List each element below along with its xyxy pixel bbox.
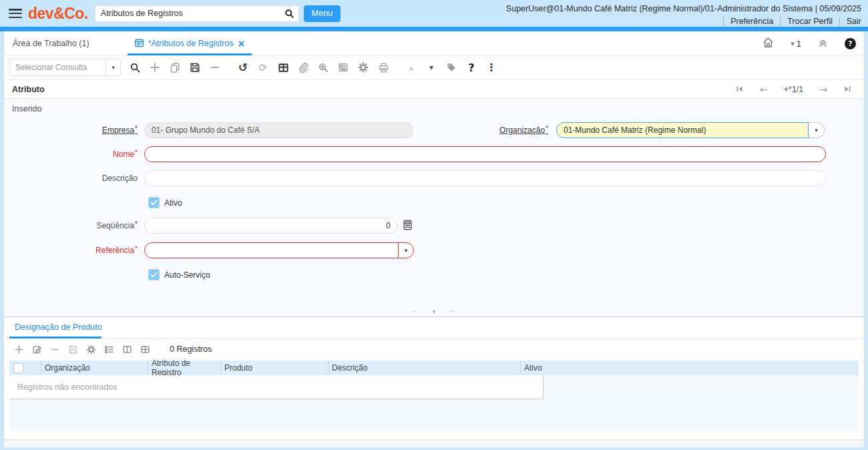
- detail-tabrow: Designação de Produto: [4, 317, 864, 339]
- select-all-checkbox[interactable]: [13, 363, 23, 373]
- status-footer: [4, 439, 864, 448]
- query-dropdown-icon[interactable]: ▾: [105, 59, 121, 76]
- tab-designacao-de-produto[interactable]: Designação de Produto: [15, 322, 102, 332]
- top-header: dev&Co. Menu SuperUser@01-Mundo Café Mat…: [0, 0, 868, 27]
- scroll-down-icon[interactable]: ▾: [425, 61, 437, 73]
- detail-grid-icon[interactable]: [140, 344, 151, 355]
- previous-record-icon[interactable]: ←: [760, 84, 768, 95]
- zoom-across-icon[interactable]: [317, 61, 329, 73]
- referencia-field[interactable]: [145, 243, 398, 257]
- empresa-field[interactable]: [144, 122, 413, 138]
- check-icon: [150, 270, 158, 279]
- session-info: SuperUser@01-Mundo Café Matriz (Regime N…: [506, 3, 861, 26]
- refresh-icon[interactable]: ⟳: [257, 61, 269, 73]
- form-row: Descrição: [4, 170, 864, 186]
- record-position: +*1/1: [784, 85, 804, 94]
- detail-edit-icon[interactable]: [31, 344, 43, 355]
- sequencia-field[interactable]: [144, 218, 398, 234]
- query-input[interactable]: [9, 59, 105, 76]
- record-title: Atributo: [12, 85, 45, 94]
- form-row: Nome*: [4, 146, 864, 162]
- panel-splitter[interactable]: ⋯ ▾ ⋯: [4, 308, 864, 315]
- collapse-header-icon[interactable]: [817, 37, 829, 50]
- help-toolbar-icon[interactable]: ?: [465, 61, 477, 73]
- global-search: [95, 5, 299, 22]
- scroll-up-icon[interactable]: ▴: [405, 61, 417, 73]
- search-icon[interactable]: [280, 5, 299, 22]
- detail-tab-underline: [9, 336, 101, 339]
- new-record-icon[interactable]: [149, 61, 161, 73]
- calculator-icon[interactable]: [403, 220, 413, 232]
- find-icon[interactable]: [129, 61, 141, 73]
- grid-header-produto[interactable]: Produto: [221, 361, 329, 375]
- splitter-dots-icon: ⋯: [451, 308, 457, 315]
- detail-process-icon[interactable]: [85, 344, 97, 355]
- desktop-count: 1: [797, 39, 801, 49]
- search-input[interactable]: [95, 5, 280, 22]
- help-icon[interactable]: ?: [845, 38, 856, 49]
- grid-header-select: [9, 361, 41, 375]
- nome-field[interactable]: [144, 146, 826, 162]
- detail-delete-icon[interactable]: [49, 344, 61, 355]
- grid-header-ativo[interactable]: Ativo: [521, 361, 859, 375]
- grid-header-row: Organização Atributo de Registro Produto…: [9, 361, 859, 375]
- last-record-icon[interactable]: [843, 85, 852, 93]
- main-toolbar: ▾ ↺ ⟳: [4, 55, 864, 80]
- print-icon[interactable]: [377, 61, 389, 73]
- session-links: Preferência Trocar Perfil Sair: [506, 17, 861, 26]
- grid-header-atributo-de-registro[interactable]: Atributo de Registro: [148, 361, 221, 375]
- record-form: Inserido Empresa* Organização* ▾ Nome* D…: [4, 99, 864, 316]
- process-gear-icon[interactable]: [357, 61, 369, 73]
- ativo-checkbox[interactable]: [148, 197, 160, 208]
- attachment-icon[interactable]: [297, 61, 309, 73]
- close-tab-icon[interactable]: ×: [238, 39, 246, 48]
- grid-header-descricao[interactable]: Descrição: [329, 361, 521, 375]
- window-icon: [134, 38, 144, 48]
- auto-servico-label: Auto-Serviço: [164, 268, 210, 282]
- first-record-icon[interactable]: [735, 85, 744, 93]
- next-record-icon[interactable]: →: [819, 84, 827, 95]
- tab-atributos-de-registros[interactable]: *Atributos de Registros ×: [128, 31, 252, 55]
- form-row: Referência* ▾: [4, 242, 864, 258]
- label-tag-icon[interactable]: [445, 61, 457, 73]
- report-icon[interactable]: [337, 61, 349, 73]
- record-status: Inserido: [12, 104, 41, 114]
- grid-empty-row: Registros não encontrados: [9, 375, 544, 399]
- record-navigation: ← +*1/1 →: [735, 84, 852, 95]
- grid-toggle-icon[interactable]: [277, 61, 289, 73]
- empresa-label[interactable]: Empresa*: [4, 122, 141, 138]
- form-row: Ativo: [4, 196, 864, 210]
- detail-columns-icon[interactable]: [122, 344, 133, 355]
- menu-button[interactable]: Menu: [304, 5, 341, 22]
- home-icon[interactable]: [762, 36, 775, 51]
- grid-body: Registros não encontrados: [9, 375, 859, 431]
- referencia-combobox: ▾: [144, 242, 414, 258]
- desktop-selector[interactable]: ▾ 1: [791, 39, 801, 49]
- auto-servico-checkbox[interactable]: [148, 269, 160, 280]
- organizacao-label[interactable]: Organização*: [415, 122, 552, 138]
- copy-record-icon[interactable]: [169, 61, 181, 73]
- splitter-collapse-icon: ▾: [432, 308, 435, 315]
- grid-header-organizacao[interactable]: Organização: [41, 361, 148, 375]
- link-trocar-perfil[interactable]: Trocar Perfil: [780, 17, 839, 26]
- link-preferencia[interactable]: Preferência: [723, 17, 780, 26]
- form-row: Empresa* Organização* ▾: [4, 122, 864, 138]
- descricao-field[interactable]: [144, 170, 826, 186]
- detail-record-count: 0 Registros: [170, 345, 212, 354]
- organizacao-dropdown-icon[interactable]: ▾: [809, 122, 825, 138]
- referencia-label: Referência*: [4, 242, 141, 258]
- more-options-icon[interactable]: ⋮: [485, 61, 497, 73]
- tab-workspace[interactable]: Área de Trabalho (1): [13, 39, 89, 48]
- delete-record-icon[interactable]: [209, 61, 221, 73]
- detail-new-icon[interactable]: [13, 344, 25, 355]
- organizacao-field[interactable]: [556, 122, 809, 138]
- link-sair[interactable]: Sair: [839, 17, 861, 26]
- hamburger-menu-icon[interactable]: [9, 9, 22, 18]
- undo-icon[interactable]: ↺: [237, 61, 249, 73]
- detail-save-icon[interactable]: [67, 344, 79, 355]
- detail-customize-icon[interactable]: [103, 344, 115, 355]
- sequencia-label: Seqüência*: [4, 218, 141, 234]
- detail-toolbar: 0 Registros: [4, 339, 864, 361]
- referencia-dropdown-icon[interactable]: ▾: [398, 243, 413, 258]
- save-icon[interactable]: [189, 61, 201, 73]
